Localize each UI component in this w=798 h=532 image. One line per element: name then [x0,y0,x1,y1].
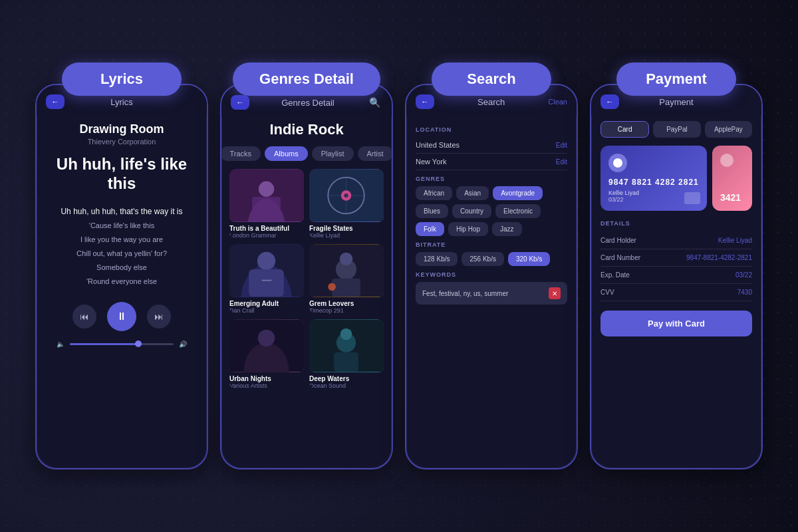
lyrics-lines: Uh huh, uh huh, that's the way it is 'Ca… [50,204,194,289]
lyrics-line-4: Chill out, what ya yellin' for? [50,247,194,261]
album-card-3[interactable]: Emerging Adult Dan Crall [229,244,304,314]
detail-val-cvv: 7430 [737,289,752,296]
chip-country[interactable]: Country [452,204,491,218]
album-card-5[interactable]: Urban Nights Various Artists [229,319,304,389]
chip-256[interactable]: 256 Kb/s [462,252,503,266]
detail-key-cvv: CVV [600,289,614,296]
albums-grid: Truth is a Beautiful London Grammar [229,169,384,389]
chip-hiphop[interactable]: Hip Hop [448,222,488,236]
album-img-1 [229,169,304,222]
genre-chips: African Asian Avontgrade Blues Country E… [416,186,567,236]
lyrics-content: Drawing Room Thievery Corporation Uh huh… [37,116,207,354]
progress-track[interactable] [70,343,174,345]
pay-with-card-button[interactable]: Pay with Card [600,311,752,336]
card-number: 9847 8821 4282 2821 [608,178,699,187]
song-title: Drawing Room [79,122,164,136]
album-artist-5: Various Artists [229,382,304,389]
bitrate-chips: 128 Kb/s 256 Kb/s 320 Kb/s [416,252,567,266]
card-secondary[interactable]: 3421 [712,146,752,211]
album-card-2[interactable]: Fragile States Kellie Liyad [309,169,384,239]
svg-point-2 [259,182,274,197]
vol-low-icon: 🔈 [57,340,65,348]
search-icon[interactable]: 🔍 [366,94,382,110]
genres-screen-wrapper: Genres Detail ← Genres Detail 🔍 Indie Ro… [220,63,393,469]
chip-avontgrade[interactable]: Avontgrade [493,186,543,200]
card-logo [608,154,627,172]
chip-jazz[interactable]: Jazz [492,222,522,236]
album-img-6 [309,319,384,372]
album-card-4[interactable]: Grem Leovers Timecop 291 [309,244,384,314]
chip-african[interactable]: African [416,186,452,200]
method-card[interactable]: Card [600,121,649,138]
payment-phone: ← Payment Card PayPal ApplePay 9847 8821… [590,84,763,469]
payment-back-button[interactable]: ← [600,94,619,109]
svg-point-19 [328,283,336,291]
lyrics-main-text: Uh huh, life's like this [50,155,194,194]
method-applepay[interactable]: ApplePay [705,121,752,138]
svg-point-26 [340,329,352,340]
clean-button[interactable]: Clean [548,98,567,106]
detail-val-expiry: 03/22 [735,271,752,279]
prev-button[interactable]: ⏮ [72,305,96,329]
svg-rect-3 [252,197,281,221]
location-ny: New York [416,158,446,166]
detail-key-holder: Card Holder [600,237,636,244]
genres-back-button[interactable]: ← [231,95,249,110]
tab-albums[interactable]: Albums [265,146,308,161]
genre-tabs: Tracks Albums Playlist Artist [229,146,384,161]
chip-320[interactable]: 320 Kb/s [508,252,550,266]
detail-key-expiry: Exp. Date [600,271,630,279]
detail-row-cvv: CVV 7430 [600,284,752,301]
album-name-5: Urban Nights [229,375,304,382]
chip-electronic[interactable]: Electronic [495,204,541,218]
chip-128[interactable]: 128 Kb/s [416,252,458,266]
album-artist-4: Timecop 291 [309,307,384,314]
detail-val-holder: Kellie Liyad [718,237,752,244]
svg-point-12 [257,252,275,270]
card-main[interactable]: 9847 8821 4282 2821 Kellie Liyad 03/22 [600,146,707,211]
chip-folk[interactable]: Folk [416,222,444,236]
search-back-button[interactable]: ← [416,94,434,109]
method-paypal[interactable]: PayPal [653,121,700,138]
next-button[interactable]: ⏭ [147,305,171,329]
lyrics-line-6: 'Round everyone else [50,275,194,289]
album-card-1[interactable]: Truth is a Beautiful London Grammar [229,169,304,239]
clear-keywords-button[interactable]: ✕ [549,287,561,299]
card-chip [684,192,700,204]
keywords-input[interactable] [422,290,549,297]
detail-row-expiry: Exp. Date 03/22 [600,267,752,284]
search-phone: ← Search Clean LOCATION United States Ed… [405,84,578,469]
payment-label: Payment [616,63,736,96]
svg-point-17 [340,253,352,265]
detail-val-number: 9847-8821-4282-2821 [686,254,752,261]
album-artist-2: Kellie Liyad [309,232,384,239]
search-header-title: Search [434,97,548,107]
edit-ny[interactable]: Edit [556,158,567,166]
tab-tracks[interactable]: Tracks [220,146,261,161]
album-name-3: Emerging Adult [229,300,304,307]
chip-blues[interactable]: Blues [416,204,448,218]
progress-fill [70,343,137,345]
lyrics-screen-wrapper: Lyrics ← Lyrics Drawing Room Thievery Co… [35,63,208,469]
svg-rect-18 [332,279,360,297]
album-name-4: Grem Leovers [309,300,384,307]
tab-artist[interactable]: Artist [358,146,393,161]
album-artist-3: Dan Crall [229,307,304,314]
lyrics-line-2: 'Cause life's like this [50,219,194,233]
album-artist-6: Ocean Sound [309,382,384,389]
lyrics-back-button[interactable]: ← [46,94,65,109]
album-img-2 [309,169,384,222]
vol-high-icon: 🔊 [179,340,187,348]
genres-phone: ← Genres Detail 🔍 Indie Rock Tracks Albu… [220,84,393,469]
svg-rect-13 [249,269,284,297]
payment-methods: Card PayPal ApplePay [600,121,752,138]
details-label: DETAILS [600,220,752,227]
chip-asian[interactable]: Asian [456,186,489,200]
pause-button[interactable]: ⏸ [107,302,136,331]
payment-content: Card PayPal ApplePay 9847 8821 4282 2821… [591,116,761,342]
tab-playlist[interactable]: Playlist [312,146,354,161]
album-card-6[interactable]: Deep Waters Ocean Sound [309,319,384,389]
edit-us[interactable]: Edit [556,142,567,149]
album-img-5 [229,319,304,372]
location-us: United States [416,141,460,149]
